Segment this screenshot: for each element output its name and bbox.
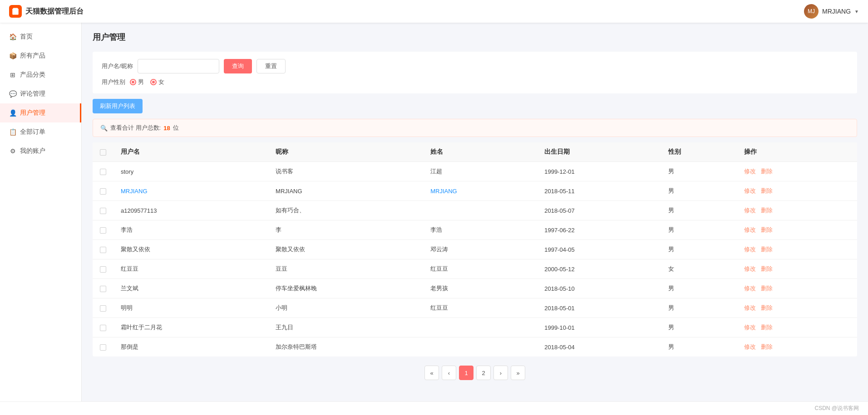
realname-cell: 李浩: [430, 226, 442, 233]
username-link[interactable]: MRJIANG: [121, 188, 148, 195]
delete-button[interactable]: 删除: [761, 265, 773, 272]
cell-realname: 红豆豆: [423, 259, 537, 279]
cell-nickname: MRJIANG: [268, 181, 423, 201]
pagination-next[interactable]: ›: [493, 366, 508, 380]
table-row: 明明 小明 红豆豆 2018-05-01 男 修改 删除: [93, 298, 857, 318]
delete-button[interactable]: 删除: [761, 324, 773, 331]
modify-button[interactable]: 修改: [744, 207, 756, 214]
row-checkbox[interactable]: [100, 169, 106, 175]
cell-username: 明明: [113, 298, 268, 318]
cell-username: 红豆豆: [113, 259, 268, 279]
delete-button[interactable]: 删除: [761, 285, 773, 292]
cell-birthday: 2000-05-12: [537, 259, 661, 279]
reset-button[interactable]: 重置: [256, 59, 286, 73]
row-checkbox[interactable]: [100, 247, 106, 253]
cell-realname: 李浩: [423, 220, 537, 240]
row-checkbox[interactable]: [100, 286, 106, 292]
delete-button[interactable]: 删除: [761, 343, 773, 350]
gender-radio-group: 男 女: [130, 78, 164, 86]
pagination-page-2[interactable]: 2: [476, 366, 491, 380]
delete-button[interactable]: 删除: [761, 168, 773, 175]
cell-actions: 修改 删除: [737, 220, 857, 240]
username-cell: 李浩: [121, 226, 133, 233]
username-cell: 聚散又依依: [121, 246, 150, 253]
summary-text: 查看合计 用户总数:: [110, 124, 161, 132]
cell-gender: 男: [661, 240, 736, 259]
cell-actions: 修改 删除: [737, 279, 857, 298]
row-checkbox[interactable]: [100, 344, 106, 351]
sidebar: 🏠 首页 📦 所有产品 ⊞ 产品分类 💬 评论管理 👤 用户管理 📋 全部订单 …: [0, 23, 82, 401]
sidebar-item-product-category[interactable]: ⊞ 产品分类: [0, 65, 81, 84]
realname-cell: 老男孩: [430, 285, 448, 292]
realname-link[interactable]: MRJIANG: [430, 188, 457, 195]
delete-button[interactable]: 删除: [761, 304, 773, 311]
table-row: 李浩 李 李浩 1997-06-22 男 修改 删除: [93, 220, 857, 240]
query-button[interactable]: 查询: [224, 59, 252, 73]
filter-area: 用户名/昵称 查询 重置 用户性别 男 女: [93, 52, 857, 93]
cell-nickname: 聚散又依依: [268, 240, 423, 259]
delete-button[interactable]: 删除: [761, 207, 773, 214]
pagination-last[interactable]: »: [511, 366, 525, 380]
cell-gender: 男: [661, 279, 736, 298]
user-icon: 👤: [9, 109, 16, 117]
cell-username: 霜叶红于二月花: [113, 318, 268, 337]
modify-button[interactable]: 修改: [744, 187, 756, 194]
modify-button[interactable]: 修改: [744, 246, 756, 253]
summary-bar: 🔍 查看合计 用户总数: 18 位: [93, 119, 857, 137]
row-checkbox[interactable]: [100, 227, 106, 234]
sidebar-label-user-management: 用户管理: [20, 109, 45, 117]
user-table: 用户名 昵称 姓名 出生日期 性别 操作 story 说书客 江超 1999-1…: [93, 142, 857, 356]
user-area[interactable]: MJ MRJIANG ▼: [804, 4, 859, 19]
modify-button[interactable]: 修改: [744, 285, 756, 292]
sidebar-item-user-management[interactable]: 👤 用户管理: [0, 103, 81, 122]
select-all-checkbox[interactable]: [100, 149, 106, 156]
sidebar-item-comment-management[interactable]: 💬 评论管理: [0, 84, 81, 103]
cell-realname: 江超: [423, 162, 537, 181]
refresh-button[interactable]: 刷新用户列表: [93, 99, 143, 113]
username-cell: 霜叶红于二月花: [121, 324, 162, 331]
row-checkbox[interactable]: [100, 208, 106, 214]
modify-button[interactable]: 修改: [744, 226, 756, 233]
row-checkbox[interactable]: [100, 188, 106, 195]
cell-actions: 修改 删除: [737, 318, 857, 337]
realname-cell: 邓云涛: [430, 246, 448, 253]
table-row: 那倒是 加尔奈特巴斯塔 2018-05-04 男 修改 删除: [93, 337, 857, 357]
cell-realname: [423, 337, 537, 357]
delete-button[interactable]: 删除: [761, 187, 773, 194]
summary-count: 18: [163, 125, 170, 132]
pagination-prev[interactable]: ‹: [442, 366, 456, 380]
cell-nickname: 李: [268, 220, 423, 240]
cell-actions: 修改 删除: [737, 337, 857, 357]
cell-gender: 男: [661, 220, 736, 240]
cell-gender: 男: [661, 318, 736, 337]
sidebar-label-product-category: 产品分类: [20, 71, 45, 79]
modify-button[interactable]: 修改: [744, 343, 756, 350]
sidebar-item-home[interactable]: 🏠 首页: [0, 27, 81, 46]
sidebar-item-all-products[interactable]: 📦 所有产品: [0, 46, 81, 65]
cell-nickname: 说书客: [268, 162, 423, 181]
modify-button[interactable]: 修改: [744, 168, 756, 175]
cell-actions: 修改 删除: [737, 259, 857, 279]
modify-button[interactable]: 修改: [744, 304, 756, 311]
delete-button[interactable]: 删除: [761, 246, 773, 253]
table-row: MRJIANG MRJIANG MRJIANG 2018-05-11 男 修改 …: [93, 181, 857, 201]
row-checkbox[interactable]: [100, 325, 106, 331]
radio-dot-female: [150, 79, 157, 85]
account-icon: ⚙: [9, 147, 16, 155]
pagination-page-1[interactable]: 1: [459, 366, 473, 380]
cell-realname: MRJIANG: [423, 181, 537, 201]
modify-button[interactable]: 修改: [744, 265, 756, 272]
sidebar-item-all-orders[interactable]: 📋 全部订单: [0, 122, 81, 142]
sidebar-item-my-account[interactable]: ⚙ 我的账户: [0, 142, 81, 161]
row-checkbox[interactable]: [100, 266, 106, 273]
radio-male[interactable]: 男: [130, 78, 144, 86]
modify-button[interactable]: 修改: [744, 324, 756, 331]
home-icon: 🏠: [9, 33, 16, 40]
username-cell: 兰文斌: [121, 285, 138, 292]
username-input[interactable]: [138, 59, 219, 73]
radio-female[interactable]: 女: [150, 78, 164, 86]
delete-button[interactable]: 删除: [761, 226, 773, 233]
row-checkbox[interactable]: [100, 305, 106, 312]
gender-label: 用户性别: [102, 78, 125, 86]
pagination-first[interactable]: «: [424, 366, 439, 380]
